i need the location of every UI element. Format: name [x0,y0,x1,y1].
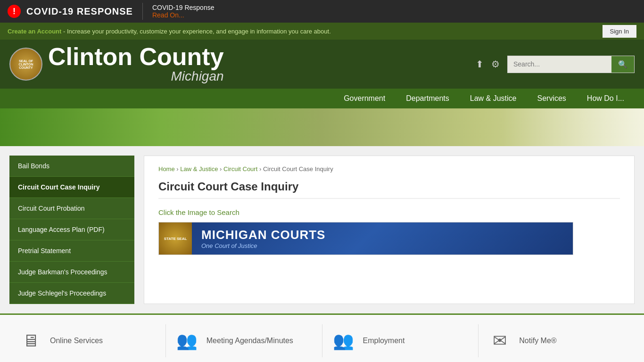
site-subtitle: Michigan [48,69,224,84]
sidebar-item-bail-bonds[interactable]: Bail Bonds [9,156,134,177]
michigan-courts-subtitle: One Court of Justice [201,242,325,249]
seal-text: SEAL OF CLINTON COUNTY [10,58,41,71]
sign-in-button[interactable]: Sign In [603,25,636,38]
content-wrapper: Bail Bonds Circuit Court Case Inquiry Ci… [0,146,644,313]
michigan-courts-title: MICHIGAN COURTS [201,228,325,242]
notify-me-icon: ✉ [488,329,512,353]
michigan-courts-text: MICHIGAN COURTS One Court of Justice [192,223,335,254]
footer-services: 🖥 Online Services 👥 Meeting Agendas/Minu… [0,313,644,362]
covid-bar: ! COVID-19 RESPONSE COVID-19 Response Re… [0,0,644,23]
sidebar-item-judge-schlegel[interactable]: Judge Schlegel's Proceedings [9,283,134,304]
create-account-link[interactable]: Create an Account [8,28,61,35]
meeting-agendas-label: Meeting Agendas/Minutes [206,337,293,345]
logo-area: SEAL OF CLINTON COUNTY Clinton County Mi… [9,44,224,84]
breadcrumb-circuit-court[interactable]: Circuit Court [223,165,257,173]
michigan-courts-seal: STATE SEAL [159,222,192,255]
account-bar-desc: - Increase your productivity, customize … [61,28,330,35]
breadcrumb-home[interactable]: Home [158,165,175,173]
hero-banner [0,108,644,146]
covid-message: COVID-19 Response Read On... [152,4,215,19]
breadcrumb-current: Circuit Court Case Inquiry [263,165,333,173]
account-bar-text: Create an Account - Increase your produc… [8,28,331,35]
nav-item-departments[interactable]: Departments [396,89,460,108]
employment-label: Employment [363,337,405,345]
employment-icon: 👥 [332,329,355,353]
covid-title: COVID-19 RESPONSE [26,6,133,17]
notify-me-label: Notify Me® [519,337,556,345]
michigan-courts-banner[interactable]: STATE SEAL MICHIGAN COURTS One Court of … [158,222,573,255]
account-bar: Create an Account - Increase your produc… [0,23,644,40]
breadcrumb: Home › Law & Justice › Circuit Court › C… [158,165,620,173]
footer-service-online-services[interactable]: 🖥 Online Services [9,324,166,357]
search-box: 🔍 [507,56,635,73]
site-title: Clinton County [48,44,224,69]
sidebar-item-judge-barkman[interactable]: Judge Barkman's Proceedings [9,262,134,283]
sidebar-item-circuit-court-case-inquiry[interactable]: Circuit Court Case Inquiry [9,177,134,198]
share-icon[interactable]: ⬆ [476,58,484,70]
breadcrumb-law-justice[interactable]: Law & Justice [180,165,218,173]
county-seal: SEAL OF CLINTON COUNTY [9,48,42,81]
meeting-agendas-icon: 👥 [175,329,199,353]
online-services-label: Online Services [50,337,103,345]
footer-service-notify-me[interactable]: ✉ Notify Me® [479,324,635,357]
footer-service-employment[interactable]: 👥 Employment [322,324,479,357]
nav-item-services[interactable]: Services [527,89,577,108]
site-title-area: Clinton County Michigan [48,44,224,84]
gear-icon[interactable]: ⚙ [491,58,500,70]
search-input[interactable] [508,57,611,72]
page-title: Circuit Court Case Inquiry [158,180,620,199]
nav-item-government[interactable]: Government [333,89,396,108]
covid-divider [142,3,143,20]
sidebar-item-circuit-court-probation[interactable]: Circuit Court Probation [9,198,134,219]
covid-icon: ! [8,5,21,18]
main-content: Home › Law & Justice › Circuit Court › C… [144,156,635,304]
sidebar-item-pretrial-statement[interactable]: Pretrial Statement [9,240,134,262]
covid-read-on-link[interactable]: Read On... [152,11,215,19]
covid-message-title: COVID-19 Response [152,4,215,11]
nav-item-how-do-i[interactable]: How Do I... [577,89,635,108]
footer-service-meeting-agendas[interactable]: 👥 Meeting Agendas/Minutes [166,324,322,357]
sidebar: Bail Bonds Circuit Court Case Inquiry Ci… [9,156,134,304]
click-instruction: Click the Image to Search [158,208,620,216]
nav-item-law-justice[interactable]: Law & Justice [460,89,527,108]
header-tools: ⬆ ⚙ 🔍 [476,56,635,73]
online-services-icon: 🖥 [19,329,42,353]
search-button[interactable]: 🔍 [611,56,634,73]
site-header: SEAL OF CLINTON COUNTY Clinton County Mi… [0,40,644,89]
main-nav: Government Departments Law & Justice Ser… [0,89,644,108]
sidebar-item-language-access-plan[interactable]: Language Access Plan (PDF) [9,219,134,240]
